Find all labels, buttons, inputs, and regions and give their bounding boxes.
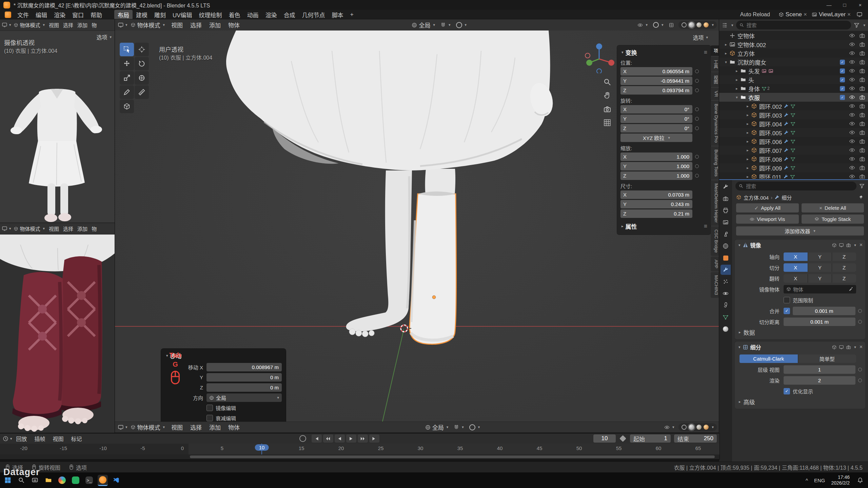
move-z-field[interactable]: 0 m <box>206 383 282 392</box>
outliner-row-torus[interactable]: ▸圆环.011 <box>719 172 868 179</box>
vscode-app-button[interactable] <box>111 475 121 485</box>
proportional-edit-toggle[interactable]: ▾ <box>454 21 469 29</box>
maximize-button[interactable]: □ <box>837 0 852 10</box>
mode-dropdown[interactable]: 物体模式▾ <box>128 422 167 432</box>
tab-machin3[interactable]: MACHIN3 <box>711 272 719 298</box>
shading-wireframe-button[interactable] <box>682 425 687 430</box>
tab-tool-icon[interactable] <box>721 182 731 192</box>
realtime-toggle-icon[interactable] <box>839 243 844 248</box>
viewport-vis-button[interactable]: Viewport Vis <box>736 215 799 224</box>
transform-tool[interactable] <box>135 71 149 85</box>
outliner-row-empty-002[interactable]: ▸空物体.002 <box>719 40 868 49</box>
scale-y-field[interactable]: Y1.000 <box>620 162 692 170</box>
workspace-tab-animation[interactable]: 动画 <box>244 10 262 20</box>
editor-type-icon[interactable] <box>118 424 124 430</box>
bisect-z-button[interactable]: Z <box>832 263 856 272</box>
add-menu[interactable]: 添加 <box>76 21 89 29</box>
delete-all-button[interactable]: ×Delete All <box>802 203 864 212</box>
tab-physics-icon[interactable] <box>721 288 731 299</box>
auto-keyframe-toggle[interactable] <box>299 435 306 442</box>
tab-material-icon[interactable] <box>721 324 731 334</box>
subdiv-modifier-title[interactable]: 细分 <box>750 343 761 351</box>
editmode-toggle-icon[interactable] <box>832 345 837 350</box>
collection-checkbox[interactable]: ✓ <box>840 95 845 100</box>
filter-icon[interactable] <box>859 183 865 189</box>
camera-view-canvas-top[interactable] <box>0 31 115 223</box>
outliner-row-head[interactable]: ▸头✓ <box>719 75 868 84</box>
close-modifier-icon[interactable]: × <box>860 242 863 248</box>
eyedropper-icon[interactable] <box>849 287 853 291</box>
view-menu[interactable]: 视图 <box>50 434 67 443</box>
end-frame-field[interactable]: 结束250 <box>674 434 717 443</box>
shading-material-button[interactable] <box>696 425 702 430</box>
play-button[interactable] <box>346 434 356 443</box>
decorator-dot[interactable] <box>695 88 699 92</box>
outliner-row-torus[interactable]: ▸圆环.008 <box>719 155 868 163</box>
object-menu[interactable]: 物体 <box>225 20 243 30</box>
camera-view-icon[interactable] <box>603 105 611 113</box>
scrollbar-thumb[interactable] <box>190 455 715 458</box>
tab-view[interactable]: 视图 <box>711 72 719 87</box>
clock[interactable]: 17:46 2026/2/2 <box>831 474 850 486</box>
viewlayer-selector[interactable]: ViewLayer × <box>809 11 853 19</box>
decorator-dot[interactable] <box>695 69 699 73</box>
add-menu[interactable]: 添加 <box>76 225 89 232</box>
editor-type-icon[interactable] <box>118 22 124 28</box>
timeline-scrollbar[interactable] <box>0 454 719 459</box>
outliner-row-torus[interactable]: ▸圆环.006 <box>719 137 868 146</box>
collection-checkbox[interactable]: ✓ <box>840 68 845 74</box>
rotation-x-field[interactable]: X0° <box>620 105 692 114</box>
dim-y-field[interactable]: Y0.243 m <box>620 200 692 208</box>
transform-orientation-dropdown[interactable]: 全局▾ <box>409 20 437 30</box>
bisect-x-button[interactable]: X <box>784 263 808 272</box>
next-keyframe-button[interactable] <box>358 434 368 443</box>
auto-reload-toggle[interactable]: Auto Reload <box>740 12 770 18</box>
mirror-modifier-title[interactable]: 镜像 <box>750 241 761 249</box>
tab-vr[interactable]: VR <box>711 88 719 100</box>
decorator-dot[interactable] <box>695 164 699 168</box>
editor-type-icon[interactable] <box>2 226 7 231</box>
menu-render[interactable]: 渲染 <box>51 10 69 20</box>
render-toggle-icon[interactable] <box>846 243 851 248</box>
shading-wireframe-button[interactable] <box>682 22 687 27</box>
axis-y-button[interactable]: Y <box>808 252 832 261</box>
move-x-field[interactable]: 0.008967 m <box>206 363 282 371</box>
minimize-button[interactable]: — <box>821 0 837 10</box>
decorator-dot[interactable] <box>695 107 699 111</box>
menu-window[interactable]: 窗口 <box>69 10 87 20</box>
tab-meshdeform-helper[interactable]: MeshDeform Helper <box>711 180 719 226</box>
outliner-row-clothes[interactable]: ▾衣服✓ <box>719 93 868 102</box>
workspace-tab-shading[interactable]: 着色 <box>225 10 244 20</box>
render-toggle-icon[interactable] <box>846 345 851 350</box>
decorator-dot[interactable] <box>695 117 699 121</box>
add-workspace-button[interactable]: + <box>347 11 357 19</box>
jump-to-start-button[interactable] <box>312 434 322 443</box>
clipping-checkbox[interactable] <box>784 297 790 303</box>
shading-material-button[interactable] <box>696 22 702 27</box>
workspace-tab-modeling[interactable]: 建模 <box>133 10 151 20</box>
transform-orientation-dropdown[interactable]: 全局▾ <box>423 422 451 432</box>
toggle-stack-button[interactable]: Toggle Stack <box>802 215 864 224</box>
location-y-field[interactable]: Y-0.059441 m <box>620 77 692 85</box>
levels-viewport-field[interactable]: 1 <box>784 365 855 374</box>
axis-x-button[interactable]: X <box>784 252 808 261</box>
add-menu[interactable]: 添加 <box>206 422 224 432</box>
outliner-row-collection-witch[interactable]: ▾沉默的魔女✓ <box>719 58 868 66</box>
axis-z-button[interactable]: Z <box>832 252 856 261</box>
keying-set-icon[interactable] <box>619 435 626 442</box>
rotation-z-field[interactable]: Z0° <box>620 124 692 133</box>
move-y-field[interactable]: 0 m <box>206 373 282 382</box>
prev-keyframe-button[interactable] <box>323 434 333 443</box>
shading-solid-button[interactable] <box>689 424 694 430</box>
object-menu[interactable]: 物 <box>90 225 98 232</box>
measure-tool[interactable] <box>135 85 149 99</box>
mode-dropdown[interactable]: 物体模式▾ <box>12 225 47 232</box>
blender-menu-icon[interactable] <box>5 12 11 18</box>
catmull-clark-button[interactable]: Catmull-Clark <box>739 354 798 363</box>
editor-type-icon[interactable] <box>3 436 8 442</box>
collection-checkbox[interactable]: ✓ <box>840 86 845 91</box>
flip-x-button[interactable]: X <box>784 274 808 283</box>
object-menu[interactable]: 物 <box>90 21 98 29</box>
tab-object-icon[interactable] <box>721 253 731 263</box>
play-reverse-button[interactable] <box>335 434 345 443</box>
